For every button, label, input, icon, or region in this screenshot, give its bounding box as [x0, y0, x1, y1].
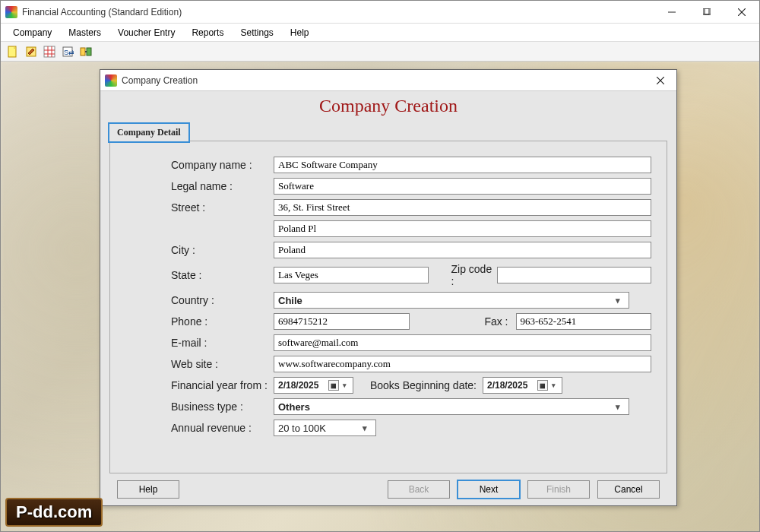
svg-rect-15 [87, 48, 91, 55]
legal-name-field[interactable] [274, 178, 651, 195]
help-button[interactable]: Help [117, 480, 179, 499]
toolbar-new-button[interactable] [5, 44, 21, 59]
label-annual-revenue: Annual revenue : [171, 422, 274, 434]
dialog-button-bar: Help Back Next Finish Cancel [100, 473, 676, 505]
menu-reports[interactable]: Reports [184, 26, 231, 40]
toolbar-grid-button[interactable] [42, 44, 57, 59]
country-dropdown[interactable]: Chile ▾ [274, 292, 629, 309]
zip-field[interactable] [497, 267, 652, 283]
label-state: State : [171, 269, 274, 281]
main-window: Financial Accounting (Standard Edition) … [0, 0, 760, 532]
dialog-heading: Company Creation [100, 91, 676, 124]
label-zip: Zip code : [429, 263, 497, 287]
menu-settings[interactable]: Settings [233, 26, 280, 40]
toolbar-link-button[interactable] [78, 44, 93, 59]
finish-button[interactable]: Finish [527, 480, 590, 499]
close-icon [738, 8, 746, 16]
annual-revenue-value: 20 to 100K [278, 423, 358, 434]
tab-container: Company Detail Company name : Legal name… [109, 124, 667, 473]
grid-icon [43, 46, 55, 58]
edit-icon [25, 46, 37, 58]
label-business-type: Business type : [171, 401, 274, 413]
label-phone: Phone : [171, 315, 274, 328]
label-country: Country : [171, 294, 274, 306]
tab-panel: Company name : Legal name : Street : [109, 141, 667, 473]
business-type-value: Others [278, 401, 611, 413]
crossref-icon: S⇄ [62, 46, 74, 58]
menu-help[interactable]: Help [283, 26, 317, 40]
phone-field[interactable] [274, 313, 410, 330]
company-creation-dialog: Company Creation Company Creation Compan… [100, 69, 677, 506]
chevron-down-icon: ▾ [611, 402, 625, 412]
chevron-down-icon: ▾ [358, 423, 372, 433]
toolbar-crossref-button[interactable]: S⇄ [60, 44, 75, 59]
fin-year-date-picker[interactable]: 2/18/2025 ▦ ▾ [274, 377, 353, 394]
app-icon [5, 6, 17, 18]
label-street: Street : [171, 201, 274, 214]
label-company-name: Company name : [171, 159, 274, 171]
state-field[interactable] [274, 267, 429, 283]
chevron-down-icon: ▾ [549, 382, 558, 389]
website-field[interactable] [274, 356, 651, 372]
label-fin-year: Financial year from : [171, 379, 274, 391]
country-value: Chile [278, 295, 611, 306]
cancel-button[interactable]: Cancel [597, 480, 660, 499]
svg-text:S⇄: S⇄ [64, 49, 74, 56]
calendar-icon: ▦ [537, 380, 548, 391]
svg-rect-14 [81, 48, 85, 55]
back-button[interactable]: Back [388, 480, 450, 499]
toolbar: S⇄ [1, 42, 759, 62]
svg-rect-2 [705, 8, 711, 14]
menu-masters[interactable]: Masters [61, 26, 109, 40]
chevron-down-icon: ▾ [340, 382, 349, 389]
street2-field[interactable] [274, 220, 651, 237]
close-icon [657, 77, 664, 84]
menu-voucher-entry[interactable]: Voucher Entry [110, 26, 182, 40]
dialog-close-button[interactable] [649, 72, 672, 89]
label-website: Web site : [171, 358, 274, 370]
menubar: Company Masters Voucher Entry Reports Se… [1, 24, 759, 42]
books-begin-value: 2/18/2025 [487, 380, 537, 391]
toolbar-edit-button[interactable] [24, 44, 39, 59]
menu-company[interactable]: Company [5, 26, 59, 40]
label-city: City : [171, 244, 274, 256]
workspace: Company Creation Company Creation Compan… [1, 62, 759, 531]
maximize-icon [703, 8, 711, 16]
calendar-icon: ▦ [328, 380, 339, 391]
svg-rect-7 [44, 46, 55, 57]
titlebar: Financial Accounting (Standard Edition) [1, 1, 759, 24]
fax-field[interactable] [516, 313, 652, 330]
business-type-dropdown[interactable]: Others ▾ [274, 398, 629, 415]
label-email: E-mail : [171, 337, 274, 349]
window-controls [654, 1, 759, 23]
company-name-field[interactable] [274, 157, 651, 173]
dialog-titlebar: Company Creation [100, 70, 676, 91]
next-button[interactable]: Next [458, 480, 520, 499]
maximize-button[interactable] [689, 1, 724, 23]
app-title: Financial Accounting (Standard Edition) [22, 7, 654, 17]
svg-rect-1 [703, 8, 709, 14]
close-button[interactable] [724, 1, 759, 23]
minimize-button[interactable] [654, 1, 689, 23]
chevron-down-icon: ▾ [611, 296, 625, 306]
dialog-title: Company Creation [122, 75, 649, 86]
email-field[interactable] [274, 334, 651, 351]
annual-revenue-dropdown[interactable]: 20 to 100K ▾ [274, 420, 376, 436]
link-icon [80, 46, 92, 58]
dialog-icon [105, 74, 117, 87]
label-legal-name: Legal name : [171, 180, 274, 192]
street1-field[interactable] [274, 199, 651, 216]
tab-company-detail[interactable]: Company Detail [109, 123, 189, 142]
books-begin-date-picker[interactable]: 2/18/2025 ▦ ▾ [483, 377, 562, 394]
label-books-begin: Books Beginning date: [353, 379, 483, 391]
new-file-icon [7, 46, 19, 58]
fin-year-value: 2/18/2025 [278, 380, 328, 391]
minimize-icon [668, 8, 676, 16]
watermark: P-dd.com [5, 498, 103, 527]
label-fax: Fax : [410, 315, 516, 328]
city-field[interactable] [274, 242, 651, 258]
